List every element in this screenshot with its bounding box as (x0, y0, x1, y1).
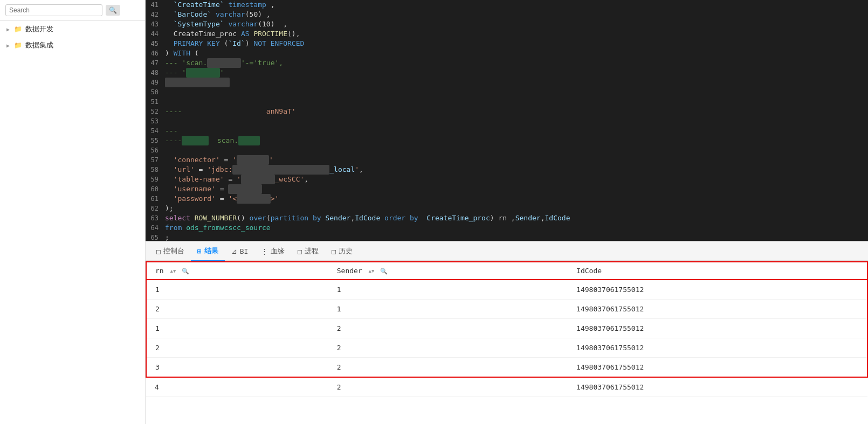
table-cell-rn: 1 (146, 280, 328, 300)
tab-lineage[interactable]: ⋮ 血缘 (254, 242, 291, 261)
table-cell-idcode: 1498037061755012 (568, 377, 867, 397)
table-cell-sender: 2 (328, 319, 568, 338)
table-cell-rn: 4 (146, 377, 328, 397)
code-line-56: 56 (146, 145, 868, 155)
code-line-62: 62 ); (146, 204, 868, 213)
table-cell-rn: 2 (146, 300, 328, 319)
tab-bi-label: BI (240, 247, 249, 255)
chevron-right-icon: ▶ (6, 26, 10, 32)
sidebar-search-bar: 🔍 (0, 0, 145, 21)
code-line-52: 52 ---- anN9aT' (146, 107, 868, 116)
sidebar-item-data-dev[interactable]: ▶ 📁 数据开发 (0, 21, 145, 37)
code-line-61: 61 'password' = '<REDACTED>' (146, 194, 868, 204)
code-line-53: 53 (146, 116, 868, 126)
table-cell-sender: 2 (328, 358, 568, 378)
tab-results-label: 结果 (204, 246, 218, 256)
search-input[interactable] (5, 4, 102, 16)
col-header-sender[interactable]: Sender ▲▼ 🔍 (328, 262, 568, 280)
table-cell-sender: 2 (328, 338, 568, 358)
col-header-rn[interactable]: rn ▲▼ 🔍 (146, 262, 328, 280)
code-line-47: 47 --- 'scan.REDACTED'-='true', (146, 58, 868, 68)
code-editor: 41 `CreateTime` timestamp , 42 `BarCode`… (146, 0, 868, 241)
tab-progress[interactable]: □ 进程 (291, 242, 325, 261)
code-line-46: 46 ) WITH ( (146, 48, 868, 58)
table-cell-sender: 1 (328, 300, 568, 319)
table-row: 221498037061755012 (146, 338, 867, 358)
sidebar: 🔍 ▶ 📁 数据开发 ▶ 📁 数据集成 (0, 0, 146, 424)
tab-console[interactable]: □ 控制台 (150, 242, 191, 261)
table-row: 321498037061755012 (146, 358, 867, 378)
table-row: 121498037061755012 (146, 319, 867, 338)
table-cell-rn: 2 (146, 338, 328, 358)
tab-lineage-label: 血缘 (271, 246, 285, 256)
sort-icons-rn[interactable]: ▲▼ (170, 269, 176, 274)
code-line-51: 51 (146, 97, 868, 107)
table-row: 211498037061755012 (146, 300, 867, 319)
table-cell-idcode: 1498037061755012 (568, 358, 867, 378)
console-icon: □ (156, 247, 161, 255)
code-line-65: 65 ; (146, 233, 868, 241)
code-line-44: 44 CreateTime_proc AS PROCTIME(), (146, 29, 868, 39)
table-cell-rn: 1 (146, 319, 328, 338)
main-area: 41 `CreateTime` timestamp , 42 `BarCode`… (146, 0, 868, 424)
results-icon: ⊞ (197, 247, 202, 255)
table-cell-idcode: 1498037061755012 (568, 300, 867, 319)
bi-icon: ⊿ (231, 247, 237, 255)
filter-icon-sender[interactable]: 🔍 (380, 268, 388, 275)
col-sender-label: Sender (337, 267, 362, 275)
filter-icon-rn[interactable]: 🔍 (182, 268, 189, 275)
code-lines: 41 `CreateTime` timestamp , 42 `BarCode`… (146, 0, 868, 241)
tab-history[interactable]: □ 历史 (325, 242, 359, 261)
search-button[interactable]: 🔍 (106, 5, 120, 16)
sidebar-item-label: 数据集成 (25, 40, 53, 50)
code-line-58: 58 'url' = 'jdbc: _local', (146, 165, 868, 175)
table-row: 421498037061755012 (146, 377, 867, 397)
code-line-42: 42 `BarCode` varchar(50) , (146, 10, 868, 19)
tab-history-label: 历史 (339, 246, 353, 256)
table-cell-idcode: 1498037061755012 (568, 338, 867, 358)
table-cell-rn: 3 (146, 358, 328, 378)
tab-bi[interactable]: ⊿ BI (225, 243, 255, 261)
tab-progress-label: 进程 (305, 246, 319, 256)
bottom-panel: □ 控制台 ⊞ 结果 ⊿ BI ⋮ 血缘 □ 进程 □ 历史 (146, 241, 868, 424)
lineage-icon: ⋮ (261, 247, 268, 255)
table-cell-sender: 1 (328, 280, 568, 300)
col-header-idcode[interactable]: IdCode (568, 262, 867, 280)
col-idcode-label: IdCode (576, 267, 602, 275)
results-table-wrap: rn ▲▼ 🔍 Sender ▲▼ 🔍 IdCode (146, 261, 868, 424)
table-row: 111498037061755012 (146, 280, 867, 300)
code-line-55: 55 ---- scan. (146, 136, 868, 145)
code-line-60: 60 'username' = REDACTED (146, 184, 868, 194)
code-line-54: 54 --- (146, 126, 868, 136)
sort-icons-sender[interactable]: ▲▼ (369, 269, 375, 274)
code-line-45: 45 PRIMARY KEY (`Id`) NOT ENFORCED (146, 39, 868, 48)
code-line-49: 49 (146, 78, 868, 87)
col-rn-label: rn (155, 267, 164, 275)
progress-icon: □ (298, 247, 302, 255)
table-cell-sender: 2 (328, 377, 568, 397)
tab-results[interactable]: ⊞ 结果 (191, 242, 225, 261)
chevron-right-icon: ▶ (6, 43, 10, 48)
results-table: rn ▲▼ 🔍 Sender ▲▼ 🔍 IdCode (146, 261, 868, 397)
code-line-43: 43 `SystemType` varchar(10) , (146, 19, 868, 29)
history-icon: □ (332, 247, 336, 255)
sidebar-item-label: 数据开发 (25, 24, 53, 34)
table-cell-idcode: 1498037061755012 (568, 319, 867, 338)
code-line-48: 48 --- 'REDACTED' (146, 68, 868, 78)
table-cell-idcode: 1498037061755012 (568, 280, 867, 300)
folder-icon: 📁 (14, 41, 22, 49)
sidebar-item-data-integration[interactable]: ▶ 📁 数据集成 (0, 37, 145, 53)
code-line-59: 59 'table-name' = 'REDACTED_wcSCC', (146, 175, 868, 184)
folder-icon: 📁 (14, 25, 22, 33)
tab-console-label: 控制台 (163, 246, 184, 256)
code-line-57: 57 'connector' = '##...' (146, 155, 868, 165)
code-line-41: 41 `CreateTime` timestamp , (146, 0, 868, 10)
tabs-bar: □ 控制台 ⊞ 结果 ⊿ BI ⋮ 血缘 □ 进程 □ 历史 (146, 242, 868, 261)
code-line-64: 64 from ods_fromwcscc_source (146, 223, 868, 233)
code-line-50: 50 (146, 87, 868, 97)
code-line-63: 63 select ROW_NUMBER() over(partition by… (146, 213, 868, 223)
